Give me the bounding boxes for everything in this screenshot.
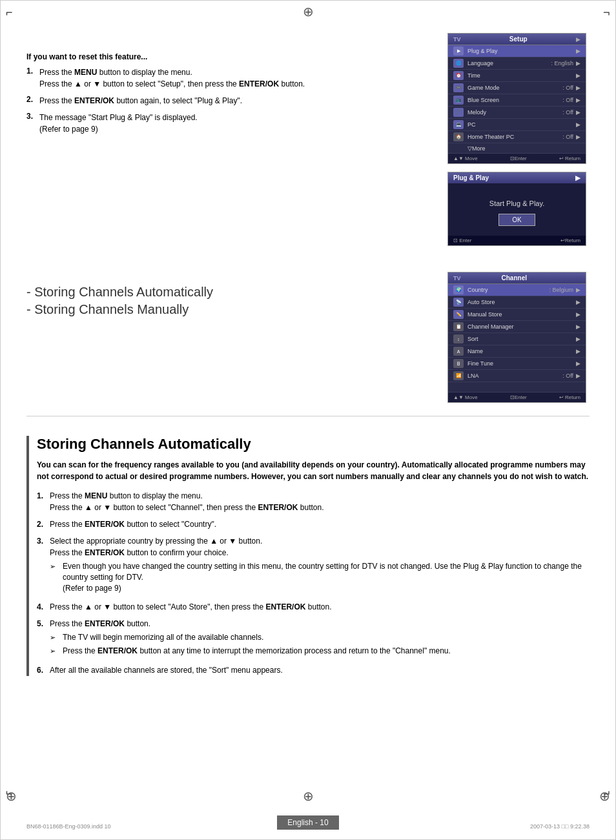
step-5-note-1: ➢ The TV will begin memorizing all of th… [50, 632, 451, 643]
fine-tune-icon: 🎚 [453, 359, 464, 368]
title-auto-store: - Storing Channels Automatically [26, 285, 435, 300]
plug-play-arrow: ▶ [576, 48, 580, 54]
main-steps: 1. Press the MENU button to display the … [37, 490, 590, 676]
crosshair-right: ⊕ [599, 788, 610, 804]
main-step-4: 4. Press the ▲ or ▼ button to select "Au… [37, 601, 590, 613]
sort-arrow: ▶ [576, 336, 580, 342]
plug-play-footer: ⊡ Enter ↩Return [448, 236, 586, 245]
main-section-title: Storing Channels Automatically [37, 436, 590, 453]
lna-value: : Off [562, 373, 573, 379]
main-enter-ok-5: ENTER/OK [85, 619, 125, 628]
main-description: You can scan for the frequency ranges av… [37, 459, 590, 482]
menu-row-language: 🌐 Language : English ▶ [448, 57, 586, 70]
middle-section: - Storing Channels Automatically - Stori… [26, 265, 590, 403]
blue-screen-value: : Off [562, 97, 573, 103]
channel-row-manual-store: ✏️ Manual Store ▶ [448, 309, 586, 321]
sort-label: Sort [467, 336, 573, 342]
section-titles: - Storing Channels Automatically - Stori… [26, 285, 435, 317]
time-arrow: ▶ [576, 72, 580, 79]
main-step-2: 2. Press the ENTER/OK button to select "… [37, 518, 590, 530]
channel-menu-title: Channel [502, 274, 527, 282]
manual-store-label: Manual Store [467, 311, 573, 318]
step-1: 1. Press the MENU button to display the … [26, 67, 435, 90]
step-3-note: ➢ Even though you have changed the count… [50, 561, 590, 593]
step-1-body: Press the MENU button to display the men… [39, 67, 305, 90]
country-icon: 🌍 [453, 285, 464, 294]
top-left-content: If you want to reset this feature... 1. … [26, 33, 435, 246]
main-step-3-num: 3. [37, 535, 50, 596]
main-enter-ok-2: ENTER/OK [85, 520, 125, 529]
country-arrow: ▶ [576, 287, 580, 293]
plug-play-header-arrow: ▶ [575, 174, 580, 181]
title-manual-store: - Storing Channels Manually [26, 302, 435, 317]
menu-row-pc: 💻 PC ▶ [448, 119, 586, 131]
start-text: Start Plug & Play. [455, 200, 579, 207]
game-mode-icon: 🎮 [453, 83, 464, 92]
manual-store-arrow: ▶ [576, 311, 580, 318]
main-step-3-body: Select the appropriate country by pressi… [50, 535, 590, 596]
setup-tv-label: TV [453, 36, 461, 43]
footer-meta: BN68-01186B-Eng-0309.indd 10 [26, 823, 111, 830]
lna-label: LNA [467, 373, 562, 379]
name-arrow: ▶ [576, 348, 580, 354]
auto-store-arrow: ▶ [576, 299, 580, 305]
main-step-6: 6. After all the available channels are … [37, 664, 590, 676]
menu-row-blue-screen: 📺 Blue Screen : Off ▶ [448, 94, 586, 107]
auto-store-icon: 📡 [453, 298, 464, 307]
channel-row-name: A Name ▶ [448, 345, 586, 358]
plug-play-icon: ▶ [453, 46, 464, 56]
plug-play-footer-return: ↩Return [560, 238, 580, 243]
note-arrow-3: ➢ [50, 561, 60, 593]
menu-row-more: ▽More [448, 143, 586, 154]
ok-button[interactable]: OK [498, 214, 535, 226]
language-value: : English [551, 60, 573, 67]
main-step-6-body: After all the available channels are sto… [50, 664, 283, 676]
menu-row-melody: 🎵 Melody : Off ▶ [448, 107, 586, 119]
home-theater-label: Home Theater PC [467, 134, 562, 140]
plug-play-header-title: Plug & Play [453, 174, 489, 181]
channel-tv-label: TV [453, 275, 461, 282]
melody-arrow: ▶ [576, 109, 580, 116]
channel-manager-label: Channel Manager [467, 323, 573, 330]
enter-ok-bold-1: ENTER/OK [239, 79, 279, 88]
setup-footer-move: ▲▼ Move [453, 156, 478, 161]
language-icon: 🌐 [453, 59, 464, 68]
game-mode-label: Game Mode [467, 85, 562, 91]
main-step-3: 3. Select the appropriate country by pre… [37, 535, 590, 596]
menu-row-home-theater: 🏠 Home Theater PC : Off ▶ [448, 131, 586, 143]
page-wrapper: ⌐ ⌐ ⊕ If you want to reset this feature.… [0, 0, 616, 840]
pc-arrow: ▶ [576, 121, 580, 128]
sort-icon: ↕ [453, 334, 464, 343]
melody-label: Melody [467, 109, 562, 116]
main-step-1: 1. Press the MENU button to display the … [37, 490, 590, 513]
name-label: Name [467, 348, 573, 354]
divider [26, 416, 590, 416]
plug-play-header: Plug & Play ▶ [448, 172, 586, 183]
step-2: 2. Press the ENTER/OK button again, to s… [26, 95, 435, 107]
setup-footer-enter: ⊡Enter [510, 156, 527, 161]
plug-play-label: Plug & Play [467, 48, 573, 54]
setup-menu-header: TV Setup ▶ [448, 34, 586, 45]
main-step-5-num: 5. [37, 618, 50, 659]
step-2-num: 2. [26, 95, 39, 107]
corner-mark-tr: ⌐ [603, 6, 610, 19]
step-3-num: 3. [26, 112, 39, 135]
main-step-1-body: Press the MENU button to display the men… [50, 490, 324, 513]
manual-store-icon: ✏️ [453, 310, 464, 319]
channel-footer-return: ↩ Return [559, 394, 580, 400]
game-mode-arrow: ▶ [576, 85, 580, 91]
channel-footer-move: ▲▼ Move [453, 394, 478, 400]
main-section: Storing Channels Automatically You can s… [26, 436, 590, 676]
main-enter-ok-4: ENTER/OK [265, 602, 305, 611]
channel-footer-enter: ⊡Enter [510, 394, 527, 400]
note-text-3: Even though you have changed the country… [63, 561, 590, 593]
main-enter-ok-5b: ENTER/OK [98, 646, 138, 655]
home-theater-value: : Off [562, 134, 573, 140]
channel-menu-header: TV Channel [448, 272, 586, 284]
time-icon: ⏰ [453, 71, 464, 80]
step-5-note-2: ➢ Press the ENTER/OK button at any time … [50, 646, 451, 657]
step-3-body: The message "Start Plug & Play" is displ… [39, 112, 198, 135]
menu-row-time: ⏰ Time ▶ [448, 70, 586, 82]
middle-right-channel-menu: TV Channel 🌍 Country : Belgium ▶ 📡 Auto … [447, 265, 590, 403]
more-label: ▽More [467, 145, 580, 152]
